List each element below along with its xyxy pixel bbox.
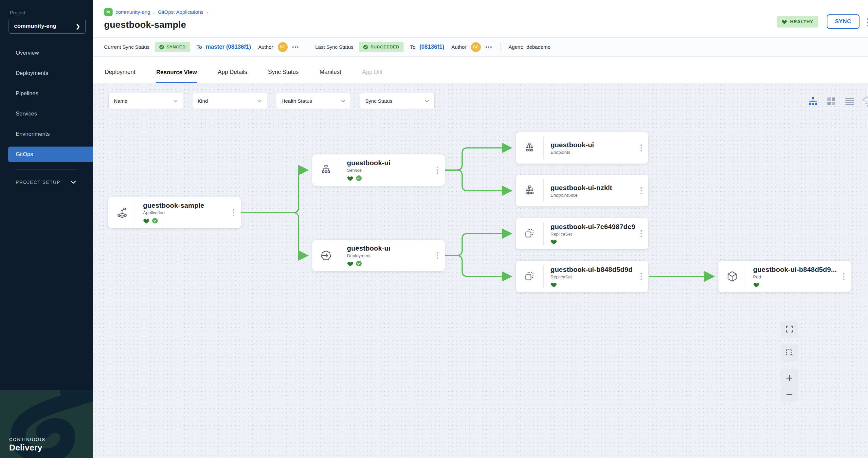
tab-deployment[interactable]: Deployment xyxy=(105,69,135,83)
sidebar-item-overview[interactable]: Overview xyxy=(0,43,93,63)
tab-resource-view[interactable]: Resource View xyxy=(156,69,197,83)
node-kebab-menu-icon[interactable] xyxy=(639,271,644,281)
sync-button[interactable]: SYNC xyxy=(827,14,860,29)
list-view-icon[interactable] xyxy=(844,96,855,107)
filter-kind-dropdown[interactable]: Kind xyxy=(192,93,267,109)
sidebar-item-deployments[interactable]: Deployments xyxy=(0,63,93,84)
brand-text: CONTINUOUS Delivery xyxy=(9,437,45,453)
node-kind: Deployment xyxy=(347,253,445,258)
author-label: Author xyxy=(258,44,273,50)
chevron-down-icon xyxy=(341,100,345,102)
brand-line2: Delivery xyxy=(9,443,45,453)
replicaset-icon xyxy=(516,261,543,292)
app-root: Project community-eng ❯ Overview Deploym… xyxy=(0,0,868,458)
last-commit-link[interactable]: (08136f1) xyxy=(419,43,444,51)
sidebar-divider xyxy=(16,169,77,170)
graph-node-deployment[interactable]: guestbook-ui Deployment xyxy=(312,240,445,271)
cloud-network-view-icon[interactable] xyxy=(863,96,868,107)
chevron-down-icon xyxy=(257,100,261,102)
sidebar-item-environments[interactable]: Environments xyxy=(0,124,93,144)
node-kind: ReplicaSet xyxy=(551,232,648,236)
selection-marquee-button[interactable] xyxy=(781,344,798,361)
graph-node-pod[interactable]: guestbook-ui-b848d5d9... Pod xyxy=(718,261,851,292)
fullscreen-button[interactable] xyxy=(781,321,798,338)
tab-app-details[interactable]: App Details xyxy=(218,69,247,83)
check-circle-icon xyxy=(363,44,368,50)
graph-node-endpoints[interactable]: guestbook-ui Endpoints xyxy=(516,132,648,164)
gitops-infinity-icon: ∞ xyxy=(104,8,113,17)
grid-view-icon[interactable] xyxy=(826,96,837,107)
divider xyxy=(500,43,501,51)
endpoints-icon xyxy=(516,132,543,164)
filter-health-status-dropdown[interactable]: Health Status xyxy=(276,93,351,109)
node-kebab-menu-icon[interactable] xyxy=(232,208,236,218)
more-dots[interactable]: ••• xyxy=(292,44,300,50)
graph-node-endpointslice[interactable]: guestbook-ui-nzklt EndpointSlice xyxy=(516,175,648,206)
node-title: guestbook-ui xyxy=(347,159,445,167)
node-kind: Endpoints xyxy=(551,150,648,155)
node-status-icons xyxy=(551,239,648,245)
project-setup-label: PROJECT SETUP xyxy=(16,179,60,185)
filter-name-dropdown[interactable]: Name xyxy=(108,93,183,109)
node-kind: Pod xyxy=(753,274,851,280)
page-title: guestbook-sample xyxy=(104,20,868,30)
sidebar-item-label: Pipelines xyxy=(16,90,38,97)
tab-manifest[interactable]: Manifest xyxy=(319,69,341,83)
tab-app-diff[interactable]: App Diff xyxy=(362,69,382,83)
node-kebab-menu-icon[interactable] xyxy=(639,229,644,238)
to-label: To xyxy=(196,44,202,50)
tree-view-icon[interactable] xyxy=(808,96,818,107)
zoom-controls xyxy=(781,369,798,401)
chevron-right-icon: ❯ xyxy=(76,23,80,29)
node-kebab-menu-icon[interactable] xyxy=(436,165,440,175)
sidebar-item-gitops[interactable]: GitOps xyxy=(8,146,93,162)
node-kebab-menu-icon[interactable] xyxy=(436,251,440,260)
healthy-heart-icon xyxy=(551,239,557,245)
more-dots[interactable]: ••• xyxy=(486,44,493,50)
filter-label: Kind xyxy=(198,98,208,104)
synced-badge: SYNCED xyxy=(155,42,190,52)
tab-sync-status[interactable]: Sync Status xyxy=(268,69,299,83)
author-avatar[interactable]: SC xyxy=(278,42,288,52)
resource-graph-canvas: Name Kind Health Status Sync Status xyxy=(93,83,868,458)
project-selector[interactable]: community-eng ❯ xyxy=(8,19,86,34)
synced-check-icon xyxy=(356,260,362,267)
view-toggles xyxy=(808,96,868,107)
breadcrumb-separator: › xyxy=(207,9,208,15)
sidebar-item-pipelines[interactable]: Pipelines xyxy=(0,84,93,104)
node-kebab-menu-icon[interactable] xyxy=(639,143,644,153)
node-title: guestbook-ui-7c64987dc9 xyxy=(551,223,648,231)
zoom-out-icon[interactable] xyxy=(785,393,794,396)
sidebar-nav: Overview Deployments Pipelines Services … xyxy=(0,43,93,162)
graph-node-service[interactable]: guestbook-ui Service xyxy=(312,155,445,186)
breadcrumb-section-link[interactable]: GitOps: Applications xyxy=(158,9,204,15)
synced-check-icon xyxy=(152,218,158,224)
author-label: Author xyxy=(451,44,466,50)
node-status-icons xyxy=(143,218,241,224)
node-kebab-menu-icon[interactable] xyxy=(639,186,644,196)
synced-badge-label: SYNCED xyxy=(166,44,186,50)
health-badge-label: HEALTHY xyxy=(790,19,813,24)
check-circle-icon xyxy=(159,44,164,50)
sidebar-item-label: Services xyxy=(16,110,37,117)
heart-icon xyxy=(782,19,787,24)
graph-node-application[interactable]: guestbook-sample Application xyxy=(108,197,241,228)
brand-line1: CONTINUOUS xyxy=(9,437,45,442)
healthy-heart-icon xyxy=(347,175,353,181)
filter-sync-status-dropdown[interactable]: Sync Status xyxy=(360,93,435,109)
project-setup-toggle[interactable]: PROJECT SETUP xyxy=(0,179,93,185)
graph-node-replicaset-b848d5d9d[interactable]: guestbook-ui-b848d5d9d ReplicaSet xyxy=(516,261,648,292)
node-kebab-menu-icon[interactable] xyxy=(842,271,846,281)
sidebar-item-services[interactable]: Services xyxy=(0,104,93,124)
filter-label: Name xyxy=(114,98,127,104)
current-commit-link[interactable]: master (08136f1) xyxy=(206,43,251,51)
sidebar-item-label: Environments xyxy=(16,131,50,137)
zoom-in-icon[interactable] xyxy=(785,374,794,382)
endpointslice-icon xyxy=(516,175,543,206)
project-selector-value: community-eng xyxy=(14,23,56,29)
breadcrumb-project-link[interactable]: community-eng xyxy=(116,9,150,15)
breadcrumb-separator: › xyxy=(153,9,155,15)
chevron-down-icon xyxy=(425,100,429,102)
author-avatar[interactable]: SC xyxy=(471,42,481,52)
graph-node-replicaset-7c64987dc9[interactable]: guestbook-ui-7c64987dc9 ReplicaSet xyxy=(516,218,648,249)
